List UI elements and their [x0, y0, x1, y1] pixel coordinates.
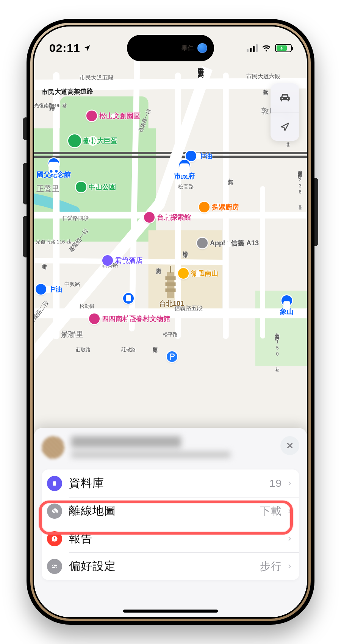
driving-mode-button[interactable]: [271, 83, 299, 112]
svg-rect-15: [180, 164, 190, 176]
home-indicator[interactable]: [123, 610, 218, 613]
status-time: 02:11: [49, 42, 80, 55]
district-label: 正聲里: [36, 184, 59, 194]
apple-icon: [197, 238, 208, 248]
road-label: 市民大道高: [197, 63, 205, 67]
row-label: 報告: [69, 531, 282, 546]
preferences-icon: [47, 559, 62, 574]
report-icon: [47, 531, 62, 546]
screen: 敦厚里 正聲里 景聯里 市民大道五段 市民大道六段 市民大道高架道路 市民大道高…: [34, 27, 307, 617]
poi-songshan[interactable]: 松山文創園區: [86, 111, 140, 121]
poi-metro-101[interactable]: [123, 293, 134, 304]
svg-point-14: [55, 170, 58, 173]
poi-icon: [86, 111, 97, 121]
row-reports[interactable]: 報告: [42, 525, 299, 552]
baseball-icon: [68, 134, 81, 147]
poi-cpc2[interactable]: 中油: [36, 284, 62, 295]
poi-cityhall[interactable]: 市政府: [174, 160, 195, 181]
road-label: 松隆路: [262, 85, 269, 87]
row-preferences[interactable]: 偏好設定 步行: [42, 552, 299, 580]
road-label: 光復南路 116 巷: [36, 239, 71, 245]
road-label: 中興路: [64, 281, 80, 288]
road-label: 市府路: [155, 263, 162, 265]
chevron-right-icon: [286, 479, 293, 488]
museum-icon: [89, 313, 100, 324]
row-label: 資料庫: [69, 476, 269, 491]
row-offline-maps[interactable]: 離線地圖 下載: [42, 497, 299, 525]
road-label: 松智路: [182, 247, 189, 249]
road-label: 仁愛路四段: [62, 215, 89, 222]
locate-me-button[interactable]: [271, 112, 299, 141]
battery-icon: [275, 44, 292, 52]
road-label: 松高路: [178, 184, 194, 190]
poi-apple[interactable]: Apple 信義 A13: [197, 238, 259, 248]
bolt-icon: [280, 46, 284, 50]
road-label: 莊敬路: [76, 346, 91, 353]
poi-sisinan[interactable]: 四四南村暨眷村文物館: [89, 313, 170, 324]
poi-discoverykitchen[interactable]: 探索廚房: [199, 202, 239, 212]
metro-icon: [123, 293, 134, 304]
row-value: 19: [269, 477, 282, 490]
close-button[interactable]: [280, 436, 299, 455]
road-label: 莊敬路: [121, 346, 136, 353]
poi-parking[interactable]: [167, 351, 177, 362]
island-app-label: 果仁: [181, 44, 194, 52]
user-name-redacted: [71, 436, 277, 458]
poi-label: 台北101: [159, 299, 184, 308]
avatar[interactable]: [42, 436, 64, 459]
road-label: 市民大道六段: [246, 73, 280, 80]
bag-icon: [178, 268, 189, 279]
poi-taipei101-label[interactable]: 台北101: [159, 299, 184, 308]
phone-frame: 敦厚里 正聲里 景聯里 市民大道五段 市民大道六段 市民大道高架道路 市民大道高…: [27, 19, 314, 625]
road-label: 松仁路: [227, 174, 234, 176]
row-library[interactable]: 資料庫 19: [42, 469, 299, 497]
road-label: 光復南路 96 巷: [34, 102, 67, 109]
svg-rect-18: [53, 481, 56, 486]
poi-elephant[interactable]: 象山: [280, 295, 294, 316]
poi-zhongshanpark[interactable]: 中山公園: [76, 182, 116, 192]
road-label: 松平路: [163, 331, 178, 338]
museum-icon: [144, 212, 155, 223]
cellular-icon: [247, 44, 258, 52]
road-label: 莊敬路: [152, 343, 158, 345]
map-mode-controls: [271, 83, 299, 141]
row-value: 下載: [260, 504, 282, 518]
road-label: 松勤街: [80, 303, 94, 310]
metro-icon: [48, 158, 59, 169]
district-label: 景聯里: [61, 329, 83, 340]
svg-rect-8: [165, 288, 175, 292]
road-label: 延吉街: [41, 259, 48, 262]
bed-icon: [102, 255, 113, 266]
svg-rect-6: [165, 276, 175, 280]
location-arrow-icon: [279, 121, 291, 133]
road-label: 市民大道高架道路: [42, 87, 93, 97]
car-icon: [278, 91, 291, 104]
svg-rect-7: [165, 282, 175, 286]
close-icon: [286, 441, 294, 450]
tree-icon: [76, 182, 86, 192]
poi-breeze[interactable]: 微風南山: [178, 268, 218, 279]
road-label: 信義路五段 150 巷: [274, 329, 280, 364]
bottom-sheet[interactable]: 資料庫 19 離線地圖 下載 報告: [34, 428, 307, 617]
row-label: 偏好設定: [69, 558, 260, 574]
fork-knife-icon: [199, 202, 210, 212]
dynamic-island[interactable]: 果仁: [127, 35, 214, 61]
svg-point-10: [111, 114, 116, 118]
road-label: 忠孝東路五段 236 巷: [297, 167, 303, 202]
svg-point-21: [53, 564, 54, 566]
svg-rect-9: [170, 266, 171, 273]
poi-arena[interactable]: 臺北大巨蛋: [68, 134, 117, 147]
parking-icon: [167, 351, 177, 362]
svg-point-13: [50, 170, 53, 173]
poi-grandhyatt[interactable]: 君悅酒店: [102, 255, 142, 266]
poi-discovery[interactable]: 台北探索館: [144, 212, 191, 223]
metro-icon: [179, 160, 190, 170]
poi-sunyatsen[interactable]: 國父紀念館: [37, 158, 71, 179]
library-icon: [47, 476, 62, 491]
metro-icon: [282, 295, 292, 306]
island-avatar-icon: [197, 43, 207, 53]
wifi-icon: [261, 43, 271, 53]
chevron-right-icon: [286, 534, 293, 544]
svg-rect-16: [126, 295, 131, 301]
chevron-right-icon: [286, 561, 293, 571]
